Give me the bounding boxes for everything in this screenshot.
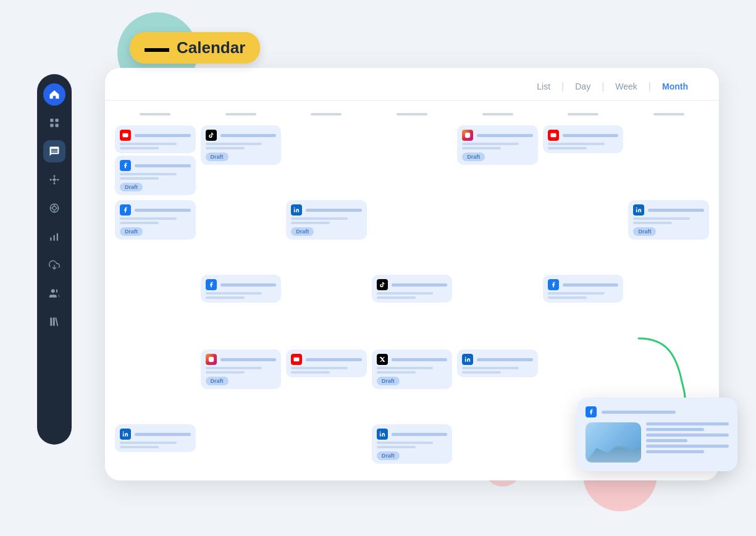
sidebar-icon-team[interactable] xyxy=(43,282,65,304)
cal-cell-r4-c1[interactable] xyxy=(198,422,284,480)
cal-cell-r2-c2[interactable] xyxy=(284,272,369,347)
cal-cell-r2-c0[interactable] xyxy=(112,272,198,347)
cal-cell-r3-c3[interactable]: Draft xyxy=(369,347,455,422)
svg-rect-24 xyxy=(50,317,52,326)
cal-cell-r2-c4[interactable] xyxy=(455,272,540,347)
view-list-button[interactable]: List xyxy=(526,78,561,95)
post-title-line xyxy=(648,209,704,212)
post-card[interactable]: Draft xyxy=(628,200,709,240)
cal-cell-r0-c0[interactable]: Draft xyxy=(112,123,198,198)
post-card-header xyxy=(120,160,191,171)
post-title-line xyxy=(135,134,191,137)
cal-cell-r2-c3[interactable] xyxy=(369,272,455,347)
post-card-header xyxy=(548,130,619,141)
day-header-4 xyxy=(455,106,540,123)
popup-line-6 xyxy=(646,450,704,453)
post-card[interactable] xyxy=(372,275,453,303)
view-week-button[interactable]: Week xyxy=(604,78,649,95)
svg-rect-37 xyxy=(465,359,466,362)
post-card[interactable] xyxy=(286,350,367,377)
post-subtitle-line-sm xyxy=(462,371,501,374)
day-header-1 xyxy=(198,106,284,123)
cal-cell-r0-c4[interactable]: Draft xyxy=(455,123,540,198)
post-subtitle-line-sm xyxy=(548,296,587,299)
post-popup-card[interactable] xyxy=(577,398,737,471)
svg-point-38 xyxy=(465,357,466,358)
tiktok-icon xyxy=(377,279,388,290)
post-card[interactable] xyxy=(201,275,282,303)
popup-content-lines xyxy=(646,422,729,463)
post-subtitle-line xyxy=(206,292,262,295)
post-subtitle-line xyxy=(120,143,177,145)
cal-cell-r0-c6[interactable] xyxy=(626,123,712,198)
svg-rect-0 xyxy=(50,119,53,122)
popup-platform-icon xyxy=(586,406,597,417)
cal-cell-r2-c1[interactable] xyxy=(198,272,284,347)
post-card[interactable] xyxy=(543,275,624,303)
cal-cell-r1-c3[interactable] xyxy=(369,198,455,272)
post-card[interactable] xyxy=(457,350,538,377)
cal-cell-r0-c1[interactable]: Draft xyxy=(198,123,284,198)
facebook-icon xyxy=(120,204,131,216)
popup-line-1 xyxy=(646,422,729,425)
post-card[interactable]: Draft xyxy=(372,424,453,464)
post-subtitle-line xyxy=(548,292,605,295)
post-title-line xyxy=(392,283,448,287)
popup-line-4 xyxy=(646,439,687,442)
sidebar-icon-analytics[interactable] xyxy=(43,225,65,248)
day-header-0 xyxy=(112,106,198,123)
cal-cell-r3-c4[interactable] xyxy=(455,347,540,422)
calendar-view-header: List | Day | Week | Month xyxy=(105,68,719,101)
cal-cell-r1-c4[interactable] xyxy=(455,198,540,272)
sidebar-icon-library[interactable] xyxy=(43,311,65,333)
svg-point-7 xyxy=(54,175,56,177)
sidebar-icon-messages[interactable] xyxy=(43,140,65,162)
post-card-header xyxy=(120,204,191,216)
sidebar-icon-network[interactable] xyxy=(43,169,65,191)
post-card-header xyxy=(291,354,362,365)
view-day-button[interactable]: Day xyxy=(564,78,602,95)
cal-cell-r0-c2[interactable] xyxy=(284,123,369,198)
post-card[interactable] xyxy=(115,125,196,153)
cal-cell-r4-c0[interactable] xyxy=(112,422,198,480)
cal-cell-r0-c5[interactable] xyxy=(540,123,626,198)
linkedin-icon xyxy=(377,429,388,440)
cal-cell-r2-c5[interactable] xyxy=(540,272,626,347)
svg-rect-27 xyxy=(465,133,470,138)
cal-cell-r1-c6[interactable]: Draft xyxy=(626,198,712,272)
sidebar-icon-support[interactable] xyxy=(43,197,65,219)
post-card[interactable]: Draft xyxy=(115,156,196,195)
post-card[interactable]: Draft xyxy=(115,200,196,240)
sidebar-icon-download[interactable] xyxy=(43,254,65,276)
sidebar-icon-dashboard[interactable] xyxy=(43,112,65,134)
youtube-icon xyxy=(120,130,131,141)
popup-line-5 xyxy=(646,445,729,448)
view-month-button[interactable]: Month xyxy=(651,78,699,95)
cal-cell-r1-c0[interactable]: Draft xyxy=(112,198,198,272)
cal-cell-r4-c4[interactable] xyxy=(455,422,540,480)
post-card[interactable]: Draft xyxy=(286,200,367,240)
cal-cell-r3-c0[interactable] xyxy=(112,347,198,422)
cal-cell-r3-c1[interactable]: Draft xyxy=(198,347,284,422)
svg-point-14 xyxy=(52,206,56,210)
cal-cell-r1-c5[interactable] xyxy=(540,198,626,272)
post-card[interactable] xyxy=(115,424,196,452)
post-title-line xyxy=(392,358,448,361)
post-card[interactable]: Draft xyxy=(201,125,282,165)
cal-cell-r1-c2[interactable]: Draft xyxy=(284,198,369,272)
cal-cell-r0-c3[interactable] xyxy=(369,123,455,198)
post-card[interactable]: Draft xyxy=(457,125,538,165)
sidebar-icon-navigation[interactable] xyxy=(43,83,65,106)
cal-cell-r1-c1[interactable] xyxy=(198,198,284,272)
post-card[interactable] xyxy=(543,125,624,153)
post-card[interactable]: Draft xyxy=(201,350,282,389)
svg-point-6 xyxy=(57,179,59,181)
cal-cell-r4-c2[interactable] xyxy=(284,422,369,480)
cal-cell-r4-c3[interactable]: Draft xyxy=(369,422,455,480)
post-subtitle-line-sm xyxy=(377,446,416,448)
post-card[interactable]: Draft xyxy=(372,350,453,389)
post-title-line xyxy=(135,209,191,212)
day-header-3 xyxy=(369,106,455,123)
calendar-pill-icon: ▬▬ xyxy=(145,41,169,55)
cal-cell-r3-c2[interactable] xyxy=(284,347,369,422)
